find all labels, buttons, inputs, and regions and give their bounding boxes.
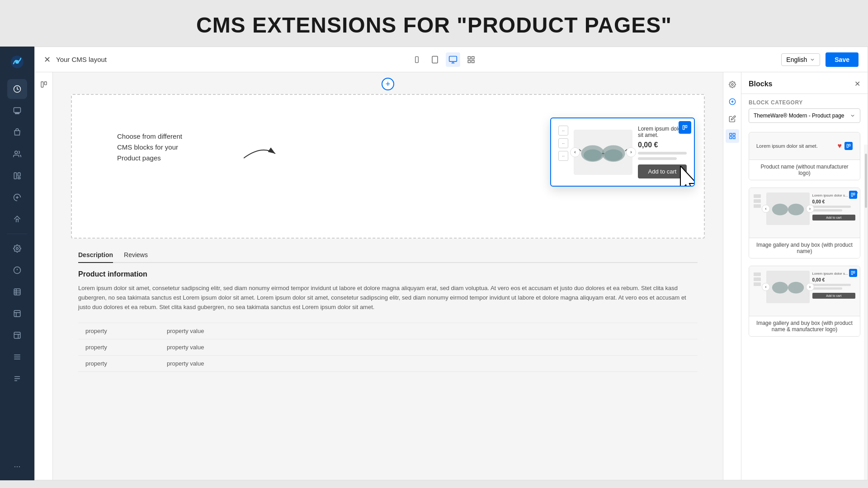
property-val-3: property value bbox=[167, 360, 204, 367]
annotation-line3: Product pages bbox=[117, 153, 182, 164]
move-tool-icon[interactable] bbox=[726, 129, 739, 143]
blocks-title: Blocks bbox=[749, 80, 772, 88]
bp2-add-btn: Add to cart bbox=[812, 215, 856, 221]
blocks-header: Blocks ✕ bbox=[741, 72, 868, 94]
block-item-1[interactable]: Lorem ipsum dolor sit amet. ♥ Product na… bbox=[749, 132, 860, 180]
block3-label: Image gallery and buy box (with product … bbox=[749, 316, 860, 336]
svg-point-42 bbox=[584, 149, 602, 161]
bp3-nav-next: › bbox=[806, 283, 814, 291]
bp3-bar1 bbox=[812, 284, 851, 286]
bp3-add-btn: Add to cart bbox=[812, 293, 856, 299]
tab-reviews[interactable]: Reviews bbox=[124, 248, 148, 263]
ctrl-btn-1[interactable]: ·· bbox=[558, 126, 568, 136]
add-block-top-button[interactable]: + bbox=[382, 78, 394, 90]
sidebar-divider bbox=[7, 234, 27, 234]
save-button[interactable]: Save bbox=[826, 52, 859, 67]
table-row: property property value bbox=[78, 323, 698, 339]
svg-rect-23 bbox=[415, 56, 419, 62]
editor-area: ✕ Your CMS layout English S bbox=[34, 47, 868, 480]
layout-title: Your CMS layout bbox=[56, 56, 107, 63]
block-preview-1: Lorem ipsum dolor sit amet. ♥ bbox=[749, 132, 860, 160]
blocks-category-label: Block category bbox=[741, 94, 868, 108]
sidebar-item-table4[interactable] bbox=[7, 347, 27, 367]
view-tablet[interactable] bbox=[428, 52, 442, 67]
annotation-line2: CMS blocks for your bbox=[117, 142, 182, 153]
block1-preview-text: Lorem ipsum dolor sit amet. bbox=[756, 143, 838, 149]
svg-rect-53 bbox=[730, 136, 732, 139]
sidebar-item-table2[interactable] bbox=[7, 304, 27, 324]
svg-rect-32 bbox=[468, 60, 470, 62]
sidebar-item-pages[interactable] bbox=[7, 101, 27, 121]
svg-rect-56 bbox=[849, 144, 850, 146]
svg-rect-7 bbox=[18, 173, 20, 176]
blocks-close-button[interactable]: ✕ bbox=[854, 80, 860, 88]
bp3-price: 0,00 € bbox=[812, 277, 856, 282]
settings-tool-icon[interactable] bbox=[726, 78, 739, 91]
block-preview-2: ‹ › Lorem ipsum dolor s... 0,00 € Add to… bbox=[749, 188, 860, 238]
sidebar-logo[interactable] bbox=[7, 52, 27, 72]
close-button[interactable]: ✕ bbox=[44, 55, 51, 65]
add-to-cart-button[interactable]: Add to cart bbox=[638, 164, 687, 178]
image-next-button[interactable]: › bbox=[626, 147, 636, 157]
annotation-arrow bbox=[244, 145, 280, 163]
sidebar-item-table5[interactable] bbox=[7, 369, 27, 389]
language-select[interactable]: English bbox=[781, 53, 820, 66]
bp2-bar1 bbox=[812, 206, 851, 208]
block2-label: Image gallery and buy box (with product … bbox=[749, 238, 860, 258]
block1-badge bbox=[844, 142, 853, 150]
view-desktop[interactable] bbox=[446, 52, 460, 67]
sidebar-item-table3[interactable] bbox=[7, 325, 27, 345]
property-val-2: property value bbox=[167, 344, 204, 351]
canvas-area: + Choose from different CMS blocks for y… bbox=[53, 72, 723, 480]
property-key-1: property bbox=[85, 328, 149, 334]
svg-rect-60 bbox=[851, 193, 853, 197]
product-image bbox=[574, 130, 632, 175]
blocks-scrollbar-thumb bbox=[865, 154, 867, 208]
svg-rect-65 bbox=[854, 271, 855, 273]
sidebar-item-info[interactable] bbox=[7, 260, 27, 280]
canvas-add-top: + bbox=[53, 72, 723, 94]
sidebar-item-analytics[interactable] bbox=[7, 79, 27, 99]
sidebar-item-settings[interactable] bbox=[7, 239, 27, 258]
add-tool-icon[interactable] bbox=[726, 95, 739, 108]
tab-description[interactable]: Description bbox=[78, 248, 113, 263]
language-value: English bbox=[786, 56, 807, 63]
sidebar-item-users[interactable] bbox=[7, 144, 27, 164]
tool-layout[interactable] bbox=[37, 78, 51, 91]
left-tool-strip bbox=[35, 72, 53, 480]
product-rating-bar bbox=[638, 152, 687, 155]
blocks-category-select[interactable]: ThemeWare® Modern - Product page bbox=[749, 108, 860, 123]
svg-rect-20 bbox=[14, 332, 20, 338]
bp3-bar2 bbox=[812, 287, 843, 290]
sidebar-item-table1[interactable] bbox=[7, 282, 27, 302]
sidebar-item-products[interactable] bbox=[7, 122, 27, 142]
card-block-icon bbox=[679, 121, 691, 134]
svg-rect-61 bbox=[854, 193, 855, 195]
view-mobile[interactable] bbox=[410, 52, 424, 67]
bp3-side3 bbox=[754, 282, 761, 286]
view-grid[interactable] bbox=[464, 52, 478, 67]
block-item-3[interactable]: ‹ › Lorem ipsum dolor s... 0,00 € Add to… bbox=[749, 266, 860, 337]
svg-rect-54 bbox=[733, 136, 735, 139]
svg-rect-33 bbox=[472, 60, 474, 62]
property-table: property property value property propert… bbox=[78, 323, 698, 372]
block1-label: Product name (without manufacturer logo) bbox=[749, 160, 860, 180]
ctrl-btn-3[interactable]: ·· bbox=[558, 151, 568, 161]
product-block: Choose from different CMS blocks for you… bbox=[71, 94, 705, 239]
block-item-2[interactable]: ‹ › Lorem ipsum dolor s... 0,00 € Add to… bbox=[749, 188, 860, 258]
sidebar-more-dots[interactable]: ··· bbox=[14, 462, 20, 475]
property-val-1: property value bbox=[167, 328, 204, 334]
edit-tool-icon[interactable] bbox=[726, 112, 739, 126]
bp3-side2 bbox=[754, 277, 761, 281]
svg-point-47 bbox=[731, 84, 733, 85]
sidebar-item-marketing[interactable] bbox=[7, 188, 27, 207]
right-tool-strip bbox=[723, 72, 741, 480]
block-preview-3: ‹ › Lorem ipsum dolor s... 0,00 € Add to… bbox=[749, 266, 860, 316]
svg-rect-30 bbox=[468, 56, 470, 59]
blocks-scrollbar[interactable] bbox=[864, 145, 868, 480]
ctrl-btn-2[interactable]: ·· bbox=[558, 138, 568, 148]
image-prev-button[interactable]: ‹ bbox=[570, 147, 580, 157]
svg-rect-17 bbox=[14, 310, 20, 317]
sidebar-item-layout[interactable] bbox=[7, 166, 27, 186]
sidebar-item-themes[interactable] bbox=[7, 209, 27, 229]
